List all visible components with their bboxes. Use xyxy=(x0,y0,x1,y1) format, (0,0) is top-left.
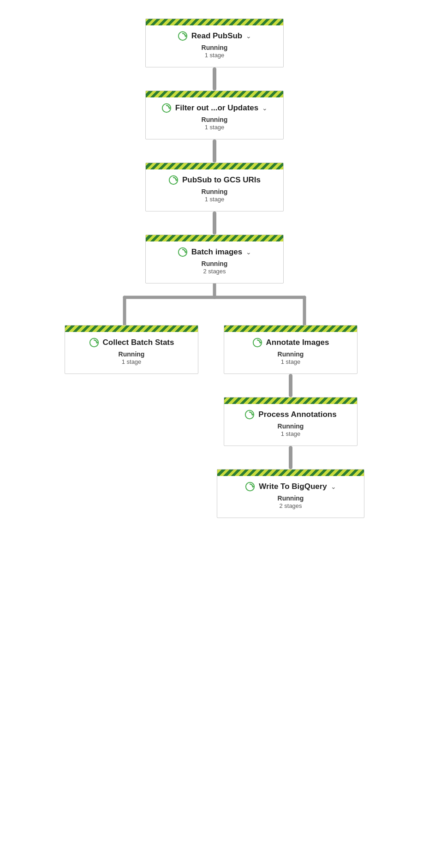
stages-pubsub-to-gcs: 1 stage xyxy=(205,196,225,203)
status-collect-batch-stats: Running xyxy=(119,350,145,358)
stages-filter-out: 1 stage xyxy=(205,124,225,131)
status-process-annotations: Running xyxy=(278,422,304,430)
title-batch-images: Batch images xyxy=(191,247,243,257)
stages-read-pubsub: 1 stage xyxy=(205,52,225,59)
node-header-annotate-images xyxy=(224,326,357,332)
status-batch-images: Running xyxy=(202,260,228,267)
stages-annotate-images: 1 stage xyxy=(281,358,301,365)
connector-4 xyxy=(289,374,292,397)
chevron-write-to-bigquery: ⌄ xyxy=(331,483,336,490)
node-header-write-to-bigquery xyxy=(217,470,364,476)
stages-batch-images: 2 stages xyxy=(203,268,226,275)
running-icon-batch-images xyxy=(178,247,188,257)
running-icon-read-pubsub xyxy=(178,31,188,41)
node-filter-out[interactable]: Filter out ...or Updates ⌄ Running 1 sta… xyxy=(145,90,284,139)
chevron-filter-out: ⌄ xyxy=(262,104,268,112)
status-annotate-images: Running xyxy=(278,350,304,358)
node-header-collect-batch-stats xyxy=(65,326,198,332)
connector-3 xyxy=(213,211,216,235)
running-icon-write-to-bigquery xyxy=(245,482,255,492)
title-process-annotations: Process Annotations xyxy=(258,410,336,419)
node-collect-batch-stats[interactable]: Collect Batch Stats Running 1 stage xyxy=(65,325,198,374)
running-icon-pubsub-to-gcs xyxy=(168,175,179,185)
node-annotate-images[interactable]: Annotate Images Running 1 stage xyxy=(224,325,358,374)
title-annotate-images: Annotate Images xyxy=(266,338,329,347)
node-header-filter-out xyxy=(146,91,283,97)
title-pubsub-to-gcs: PubSub to GCS URIs xyxy=(182,175,261,185)
node-header-read-pubsub xyxy=(146,19,283,25)
connector-1 xyxy=(213,67,216,90)
chevron-read-pubsub: ⌄ xyxy=(246,32,251,40)
node-header-batch-images xyxy=(146,235,283,241)
title-collect-batch-stats: Collect Batch Stats xyxy=(103,338,174,347)
stages-write-to-bigquery: 2 stages xyxy=(279,502,302,509)
running-icon-process-annotations xyxy=(244,410,255,420)
title-write-to-bigquery: Write To BigQuery xyxy=(259,482,327,491)
pipeline-diagram: Read PubSub ⌄ Running 1 stage Filter out… xyxy=(0,0,429,536)
stages-process-annotations: 1 stage xyxy=(281,430,301,437)
stages-collect-batch-stats: 1 stage xyxy=(122,358,142,365)
title-read-pubsub: Read PubSub xyxy=(191,31,243,41)
node-process-annotations[interactable]: Process Annotations Running 1 stage xyxy=(224,397,358,446)
node-pubsub-to-gcs[interactable]: PubSub to GCS URIs Running 1 stage xyxy=(145,163,284,211)
right-branch: Annotate Images Running 1 stage xyxy=(217,325,364,518)
status-write-to-bigquery: Running xyxy=(278,494,304,502)
node-header-pubsub-to-gcs xyxy=(146,163,283,169)
left-branch: Collect Batch Stats Running 1 stage xyxy=(65,325,198,374)
node-batch-images[interactable]: Batch images ⌄ Running 2 stages xyxy=(145,235,284,283)
node-write-to-bigquery[interactable]: Write To BigQuery ⌄ Running 2 stages xyxy=(217,469,364,518)
running-icon-annotate-images xyxy=(252,338,262,348)
status-filter-out: Running xyxy=(202,116,228,123)
status-read-pubsub: Running xyxy=(202,44,228,51)
chevron-batch-images: ⌄ xyxy=(246,248,251,256)
status-pubsub-to-gcs: Running xyxy=(202,188,228,195)
title-filter-out: Filter out ...or Updates xyxy=(175,103,258,113)
branch-connector-svg xyxy=(53,283,376,325)
node-read-pubsub[interactable]: Read PubSub ⌄ Running 1 stage xyxy=(145,18,284,67)
branch-row: Collect Batch Stats Running 1 stage xyxy=(53,325,376,518)
running-icon-filter-out xyxy=(161,103,172,113)
node-header-process-annotations xyxy=(224,398,357,404)
running-icon-collect-batch-stats xyxy=(89,338,99,348)
connector-5 xyxy=(289,446,292,469)
connector-2 xyxy=(213,139,216,163)
